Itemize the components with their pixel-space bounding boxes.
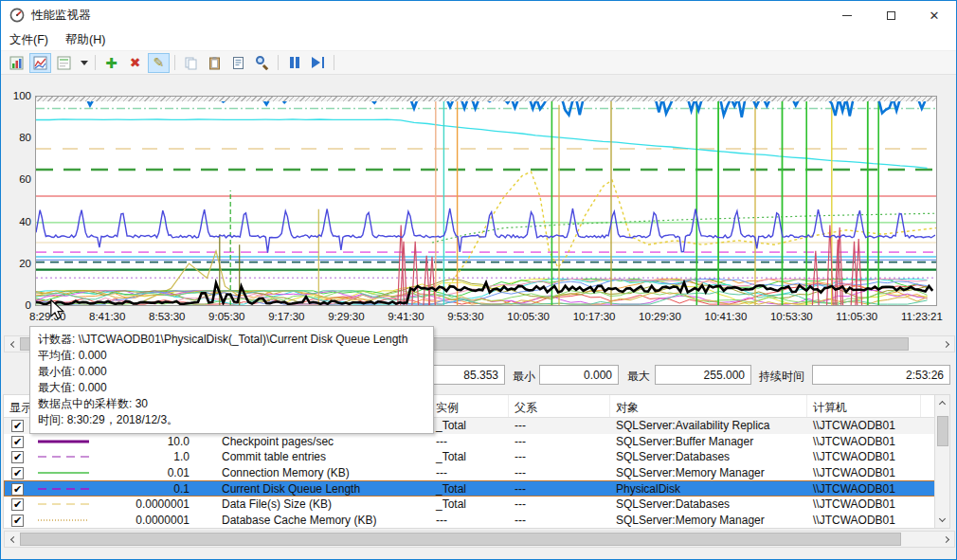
table-row[interactable]: ✔0.0000001Data File(s) Size (KB)_Total--… xyxy=(4,497,949,513)
table-row[interactable]: ✔10.0Checkpoint pages/sec------SQLServer… xyxy=(4,434,949,450)
magnifier-icon xyxy=(256,56,269,69)
table-row[interactable]: ✔0.0000001Database Cache Memory (KB)----… xyxy=(4,513,949,529)
chevron-down-icon xyxy=(81,61,88,65)
x-tick: 9:53:30 xyxy=(447,311,483,325)
perfmon-gauge-icon xyxy=(9,8,25,23)
close-button[interactable]: ✕ xyxy=(912,1,956,29)
row-parent: --- xyxy=(509,497,610,511)
delete-counter-button[interactable]: ✖ xyxy=(124,53,146,73)
maximize-button[interactable] xyxy=(869,1,912,29)
row-color-swatch xyxy=(32,466,123,479)
properties-button[interactable] xyxy=(227,53,249,73)
update-data-button[interactable] xyxy=(307,53,329,73)
scroll-right-arrow[interactable] xyxy=(939,532,954,547)
row-object: SQLServer:Databases xyxy=(610,497,807,511)
report-type-button[interactable] xyxy=(53,53,75,73)
close-icon: ✕ xyxy=(930,9,940,23)
row-instance: --- xyxy=(430,466,509,479)
header-computer[interactable]: 计算机 xyxy=(807,395,921,417)
pause-icon xyxy=(290,57,299,68)
tooltip-max-line: 最大值: 0.000 xyxy=(38,380,425,396)
delete-icon: ✖ xyxy=(130,56,141,69)
scroll-left-arrow[interactable] xyxy=(5,336,20,352)
x-axis: 8:29:308:41:308:53:309:05:309:17:309:29:… xyxy=(29,311,943,325)
row-computer: \\JTCWAODB01 xyxy=(807,497,936,511)
table-vertical-scrollbar[interactable] xyxy=(934,395,949,528)
copy-properties-button[interactable] xyxy=(180,53,202,73)
header-object[interactable]: 对象 xyxy=(610,395,807,417)
min-value: 0.000 xyxy=(539,365,619,385)
row-instance: _Total xyxy=(430,497,509,511)
table-row[interactable]: ✔0.01Connection Memory (KB)------SQLServ… xyxy=(4,465,949,481)
scrollbar-thumb[interactable] xyxy=(20,533,901,546)
row-color-swatch xyxy=(32,514,123,527)
row-color-swatch xyxy=(32,450,123,463)
scroll-down-arrow[interactable] xyxy=(935,513,950,528)
scrollbar-thumb[interactable] xyxy=(937,416,948,446)
row-instance: --- xyxy=(430,435,509,448)
title-bar: 性能监视器 ✕ xyxy=(1,1,956,29)
freeze-display-button[interactable] xyxy=(283,53,305,73)
minimize-button[interactable] xyxy=(825,1,869,29)
row-object: SQLServer:Availability Replica xyxy=(610,419,807,432)
scroll-up-arrow[interactable] xyxy=(935,395,950,410)
header-instance[interactable]: 实例 xyxy=(430,395,509,417)
row-parent: --- xyxy=(509,435,610,448)
table-row[interactable]: ✔0.1Current Disk Queue Length_Total---Ph… xyxy=(4,480,949,497)
header-parent[interactable]: 父系 xyxy=(509,395,610,417)
add-counter-button[interactable]: ✚ xyxy=(100,53,122,73)
row-computer: \\JTCWAODB01 xyxy=(807,419,936,432)
row-computer: \\JTCWAODB01 xyxy=(807,466,936,479)
chart-canvas xyxy=(36,97,936,305)
counter-rows: ✔_Total---SQLServer:Availability Replica… xyxy=(4,418,949,528)
row-checkbox[interactable]: ✔ xyxy=(4,450,32,463)
row-checkbox[interactable]: ✔ xyxy=(4,466,32,479)
row-scale: 10.0 xyxy=(123,435,203,448)
max-label: 最大 xyxy=(627,369,650,385)
row-scale: 0.0000001 xyxy=(123,497,203,511)
menu-file[interactable]: 文件(F) xyxy=(1,29,57,50)
menu-help[interactable]: 帮助(H) xyxy=(57,29,114,50)
x-tick: 9:17:30 xyxy=(268,311,304,325)
highlight-pen-icon: ✎ xyxy=(153,56,165,69)
view-current-activity-button[interactable] xyxy=(6,53,27,73)
chart-plot-area xyxy=(35,96,937,306)
chart-type-button[interactable] xyxy=(29,53,51,73)
tooltip-counter-line: 计数器: \\JTCWAODB01\PhysicalDisk(_Total)\C… xyxy=(38,332,425,348)
row-counter: Current Disk Queue Length xyxy=(203,482,430,496)
header-show[interactable]: 显示 xyxy=(4,395,32,417)
highlight-button[interactable]: ✎ xyxy=(148,53,170,73)
zoom-button[interactable] xyxy=(251,53,273,73)
scroll-left-arrow[interactable] xyxy=(5,532,20,547)
x-tick: 10:41:30 xyxy=(705,311,748,325)
x-tick: 11:23:21 xyxy=(901,311,943,325)
row-scale: 0.0000001 xyxy=(123,514,203,527)
menu-bar: 文件(F) 帮助(H) xyxy=(1,29,956,51)
row-parent: --- xyxy=(509,514,610,527)
x-tick: 9:29:30 xyxy=(328,311,364,325)
row-object: SQLServer:Buffer Manager xyxy=(610,435,807,448)
row-parent: --- xyxy=(509,466,610,479)
window-title: 性能监视器 xyxy=(31,8,91,24)
row-parent: --- xyxy=(509,450,610,463)
copy-icon xyxy=(184,56,198,70)
current-activity-icon xyxy=(9,56,24,70)
chart-type-dropdown[interactable] xyxy=(77,53,90,73)
row-checkbox[interactable]: ✔ xyxy=(4,435,32,448)
paste-counter-list-button[interactable] xyxy=(204,53,226,73)
row-checkbox[interactable]: ✔ xyxy=(4,482,32,496)
row-computer: \\JTCWAODB01 xyxy=(807,450,936,463)
report-view-icon xyxy=(57,56,71,70)
row-checkbox[interactable]: ✔ xyxy=(4,497,32,511)
table-row[interactable]: ✔1.0Commit table entries_Total---SQLServ… xyxy=(4,449,949,465)
row-color-swatch xyxy=(32,435,123,448)
y-tick: 60 xyxy=(3,173,31,185)
row-checkbox[interactable]: ✔ xyxy=(4,419,32,432)
step-forward-icon xyxy=(312,57,324,68)
row-counter: Data File(s) Size (KB) xyxy=(203,497,430,511)
table-horizontal-scrollbar[interactable] xyxy=(4,531,955,548)
scroll-right-arrow[interactable] xyxy=(939,336,954,352)
maximize-icon xyxy=(887,11,895,20)
row-checkbox[interactable]: ✔ xyxy=(4,514,32,527)
row-scale: 1.0 xyxy=(123,450,203,463)
